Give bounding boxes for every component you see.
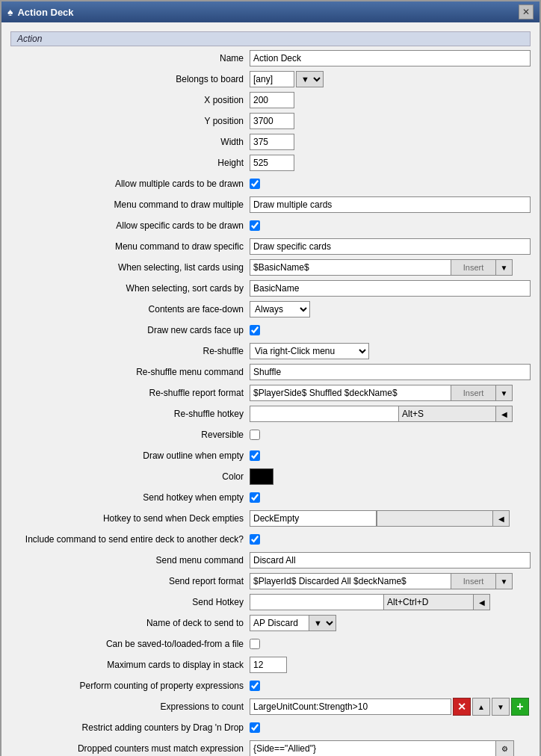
deck-send-input[interactable] [250, 615, 309, 631]
menu-draw-specific-label: Menu command to draw specific [10, 241, 250, 252]
allow-multiple-label: Allow multiple cards to be drawn [10, 179, 250, 189]
hotkey-deck-empties-group: ◀ [250, 510, 510, 527]
close-button[interactable]: ✕ [519, 4, 534, 19]
reshuffle-report-label: Re-shuffle report format [10, 388, 250, 398]
max-cards-row: Maximum cards to display in stack [10, 656, 531, 674]
reshuffle-report-insert-dropdown[interactable]: ▼ [496, 385, 513, 401]
dropped-expr-group: ⚙ [250, 740, 514, 756]
color-swatch[interactable] [250, 468, 273, 485]
send-report-format-input[interactable] [250, 573, 451, 589]
menu-draw-multiple-label: Menu command to draw multiple [10, 199, 250, 210]
list-cards-using-label: When selecting, list cards using [10, 262, 250, 273]
width-row: Width [10, 133, 531, 151]
draw-face-up-label: Draw new cards face up [10, 325, 250, 335]
reshuffle-menu-input[interactable] [250, 364, 531, 380]
draw-face-up-checkbox[interactable] [250, 325, 260, 335]
deck-send-dropdown[interactable]: ▼ [309, 615, 336, 631]
restrict-adding-checkbox[interactable] [250, 722, 260, 733]
menu-draw-multiple-input[interactable] [250, 196, 531, 213]
expressions-up-button[interactable]: ▲ [472, 698, 490, 716]
width-label: Width [10, 137, 250, 147]
perform-counting-row: Perform counting of property expressions [10, 677, 531, 695]
list-cards-using-row: When selecting, list cards using Insert … [10, 258, 531, 276]
draw-outline-checkbox[interactable] [250, 450, 260, 461]
restrict-adding-row: Restrict adding counters by Drag 'n Drop [10, 719, 531, 737]
form-content: Action Name Belongs to board ▼ X positio… [1, 22, 540, 756]
menu-draw-specific-input[interactable] [250, 238, 531, 255]
reshuffle-hotkey-nav-button[interactable]: ◀ [496, 406, 513, 422]
send-hotkey-label: Send Hotkey [10, 597, 250, 607]
width-input[interactable] [250, 134, 294, 150]
can-be-saved-label: Can be saved-to/loaded-from a file [10, 639, 250, 649]
send-hotkey-empty-row: Send hotkey when empty [10, 489, 531, 506]
allow-specific-row: Allow specific cards to be drawn [10, 217, 531, 235]
allow-multiple-row: Allow multiple cards to be drawn [10, 175, 531, 193]
color-label: Color [10, 471, 250, 482]
send-report-insert-dropdown[interactable]: ▼ [496, 573, 513, 589]
restrict-adding-label: Restrict adding counters by Drag 'n Drop [10, 722, 250, 733]
reversible-row: Reversible [10, 426, 531, 444]
face-down-select[interactable]: Always Never Randomly [250, 301, 310, 317]
send-report-format-label: Send report format [10, 576, 250, 586]
y-position-label: Y position [10, 116, 250, 126]
include-command-checkbox[interactable] [250, 534, 260, 545]
max-cards-label: Maximum cards to display in stack [10, 660, 250, 670]
send-hotkey-empty-checkbox[interactable] [250, 492, 260, 503]
name-input[interactable] [250, 50, 531, 66]
list-cards-insert-label: Insert [463, 263, 484, 272]
send-report-format-group: Insert ▼ [250, 573, 513, 589]
height-input[interactable] [250, 155, 294, 171]
expressions-down-button[interactable]: ▼ [492, 698, 510, 716]
reshuffle-label: Re-shuffle [10, 346, 250, 356]
reshuffle-report-insert-button[interactable]: Insert [451, 385, 496, 401]
menu-draw-specific-row: Menu command to draw specific [10, 238, 531, 255]
reshuffle-hotkey-display: Alt+S [399, 406, 496, 422]
send-menu-command-label: Send menu command [10, 555, 250, 566]
title-bar-left: ♠ Action Deck [7, 6, 74, 18]
dropped-match-input[interactable] [250, 740, 496, 756]
reshuffle-report-input[interactable] [250, 385, 451, 401]
hotkey-deck-empties-nav-button[interactable]: ◀ [493, 510, 510, 527]
list-cards-insert-dropdown[interactable]: ▼ [496, 259, 513, 276]
include-command-row: Include command to send entire deck to a… [10, 530, 531, 548]
expressions-delete-button[interactable]: ✕ [453, 698, 471, 716]
height-row: Height [10, 154, 531, 172]
send-menu-command-input[interactable] [250, 552, 531, 568]
send-hotkey-input[interactable] [250, 594, 384, 610]
send-report-insert-button[interactable]: Insert [451, 573, 496, 589]
can-be-saved-checkbox[interactable] [250, 639, 260, 649]
window-icon: ♠ [7, 6, 13, 18]
reversible-checkbox[interactable] [250, 430, 260, 440]
title-bar: ♠ Action Deck ✕ [1, 1, 540, 22]
list-cards-input[interactable] [250, 259, 451, 276]
y-position-input[interactable] [250, 113, 294, 129]
reshuffle-select[interactable]: Via right-Click menu Never Always [250, 343, 369, 359]
expressions-to-count-row: Expressions to count ✕ ▲ ▼ + [10, 698, 531, 716]
dropped-match-button[interactable]: ⚙ [496, 740, 514, 756]
send-hotkey-group: Alt+Ctrl+D ◀ [250, 594, 490, 610]
send-hotkey-display: Alt+Ctrl+D [384, 594, 474, 610]
allow-multiple-checkbox[interactable] [250, 179, 260, 189]
list-cards-insert-button[interactable]: Insert [451, 259, 496, 276]
sort-cards-by-input[interactable] [250, 280, 531, 297]
deck-send-group: ▼ [250, 615, 336, 631]
x-position-input[interactable] [250, 92, 294, 108]
reshuffle-hotkey-input[interactable] [250, 406, 399, 422]
reshuffle-report-row: Re-shuffle report format Insert ▼ [10, 384, 531, 402]
max-cards-input[interactable] [250, 657, 287, 673]
hotkey-deck-empties-input[interactable] [250, 510, 377, 527]
board-text-input[interactable] [250, 71, 294, 87]
perform-counting-checkbox[interactable] [250, 681, 260, 691]
board-dropdown[interactable]: ▼ [296, 71, 324, 87]
hotkey-deck-empties-row: Hotkey to send when Deck empties ◀ [10, 509, 531, 527]
reversible-label: Reversible [10, 430, 250, 440]
belongs-to-board-row: Belongs to board ▼ [10, 70, 531, 88]
send-report-insert-label: Insert [463, 577, 484, 586]
expressions-add-button[interactable]: + [511, 698, 529, 716]
expressions-input[interactable] [250, 698, 451, 715]
allow-specific-checkbox[interactable] [250, 220, 260, 231]
action-section-label: Action [17, 34, 42, 44]
menu-draw-multiple-row: Menu command to draw multiple [10, 196, 531, 214]
list-cards-insert-group: Insert ▼ [250, 259, 513, 276]
send-hotkey-nav-button[interactable]: ◀ [474, 594, 490, 610]
